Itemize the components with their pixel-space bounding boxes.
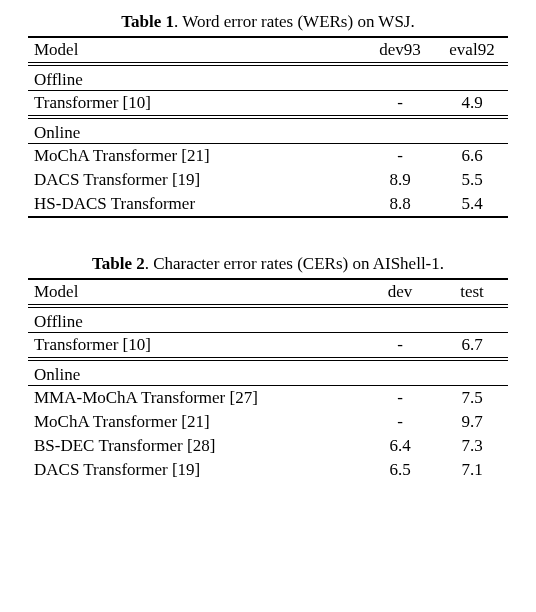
model-cell: MoChA Transformer [21] — [28, 410, 364, 434]
model-cell: Transformer [10] — [28, 333, 364, 358]
model-cell: MMA-MoChA Transformer [27] — [28, 386, 364, 411]
table1-offline-label: Offline — [28, 66, 508, 91]
table2-offline-section: Offline — [28, 308, 508, 333]
table1-header-model: Model — [28, 37, 364, 63]
table2-online-label: Online — [28, 361, 508, 386]
table2-caption: Table 2. Character error rates (CERs) on… — [28, 254, 508, 274]
table1: Table 1. Word error rates (WERs) on WSJ.… — [28, 12, 508, 218]
value-cell: - — [364, 144, 436, 169]
table1-header-c1: dev93 — [364, 37, 436, 63]
value-cell: 7.1 — [436, 458, 508, 482]
table1-caption: Table 1. Word error rates (WERs) on WSJ. — [28, 12, 508, 32]
model-cell: HS-DACS Transformer — [28, 192, 364, 217]
table2-offline-label: Offline — [28, 308, 508, 333]
table-row: Transformer [10] - 4.9 — [28, 91, 508, 116]
model-cell: DACS Transformer [19] — [28, 168, 364, 192]
value-cell: 7.3 — [436, 434, 508, 458]
table2-caption-text: . Character error rates (CERs) on AIShel… — [145, 254, 444, 273]
value-cell: - — [364, 333, 436, 358]
table-row: MoChA Transformer [21] - 6.6 — [28, 144, 508, 169]
value-cell: 6.5 — [364, 458, 436, 482]
model-cell: Transformer [10] — [28, 91, 364, 116]
table1-online-label: Online — [28, 119, 508, 144]
table-row: BS-DEC Transformer [28] 6.4 7.3 — [28, 434, 508, 458]
table2: Table 2. Character error rates (CERs) on… — [28, 254, 508, 482]
value-cell: - — [364, 91, 436, 116]
table-row: MoChA Transformer [21] - 9.7 — [28, 410, 508, 434]
model-cell: MoChA Transformer [21] — [28, 144, 364, 169]
value-cell: 8.9 — [364, 168, 436, 192]
table2-online-section: Online — [28, 361, 508, 386]
model-cell: DACS Transformer [19] — [28, 458, 364, 482]
table1-label: Table 1 — [121, 12, 174, 31]
table1-online-section: Online — [28, 119, 508, 144]
value-cell: 6.6 — [436, 144, 508, 169]
value-cell: 6.7 — [436, 333, 508, 358]
value-cell: - — [364, 386, 436, 411]
table2-label: Table 2 — [92, 254, 145, 273]
table1-caption-text: . Word error rates (WERs) on WSJ. — [174, 12, 415, 31]
value-cell: 9.7 — [436, 410, 508, 434]
table2-table: Model dev test Offline Transformer [10] … — [28, 278, 508, 482]
table-row: MMA-MoChA Transformer [27] - 7.5 — [28, 386, 508, 411]
model-cell: BS-DEC Transformer [28] — [28, 434, 364, 458]
table-row: HS-DACS Transformer 8.8 5.4 — [28, 192, 508, 217]
value-cell: 5.4 — [436, 192, 508, 217]
table2-header-c2: test — [436, 279, 508, 305]
table-row: DACS Transformer [19] 8.9 5.5 — [28, 168, 508, 192]
table2-header-c1: dev — [364, 279, 436, 305]
table2-header-model: Model — [28, 279, 364, 305]
table-row: DACS Transformer [19] 6.5 7.1 — [28, 458, 508, 482]
value-cell: 7.5 — [436, 386, 508, 411]
value-cell: 5.5 — [436, 168, 508, 192]
value-cell: 8.8 — [364, 192, 436, 217]
value-cell: 4.9 — [436, 91, 508, 116]
value-cell: - — [364, 410, 436, 434]
table2-header-row: Model dev test — [28, 279, 508, 305]
table1-table: Model dev93 eval92 Offline Transformer [… — [28, 36, 508, 218]
table1-header-c2: eval92 — [436, 37, 508, 63]
table-row: Transformer [10] - 6.7 — [28, 333, 508, 358]
value-cell: 6.4 — [364, 434, 436, 458]
table1-offline-section: Offline — [28, 66, 508, 91]
table1-header-row: Model dev93 eval92 — [28, 37, 508, 63]
